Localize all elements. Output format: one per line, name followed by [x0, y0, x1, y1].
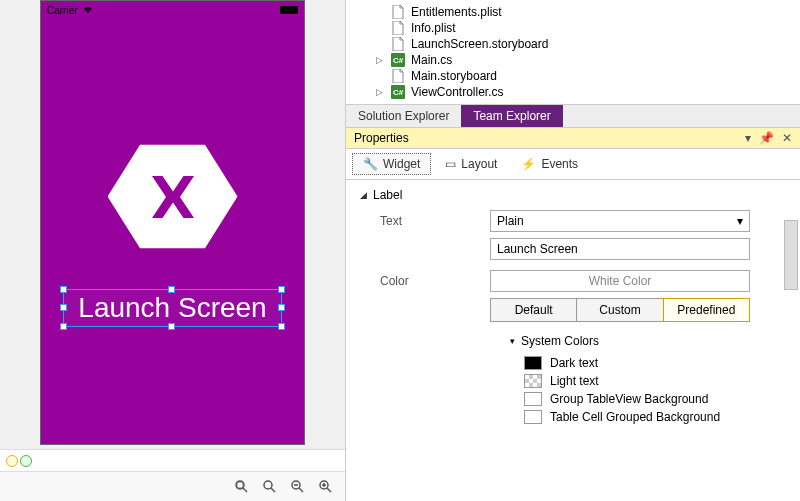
color-name: Group TableView Background — [550, 392, 708, 406]
seg-predefined[interactable]: Predefined — [663, 298, 750, 322]
file-icon — [391, 5, 405, 19]
launch-text: Launch Screen — [78, 292, 266, 323]
zoom-in-icon[interactable] — [317, 478, 335, 496]
color-option[interactable]: Group TableView Background — [510, 390, 786, 408]
lightning-icon: ⚡ — [521, 157, 536, 171]
tab-team-explorer[interactable]: Team Explorer — [461, 105, 562, 127]
tree-item[interactable]: C#Main.cs — [346, 52, 800, 68]
svg-line-9 — [327, 488, 331, 492]
launch-screen-label[interactable]: Launch Screen — [63, 289, 281, 327]
resize-handle[interactable] — [278, 323, 285, 330]
carrier-label: Carrier — [47, 5, 78, 16]
svg-line-1 — [243, 488, 247, 492]
file-icon — [391, 21, 405, 35]
text-value-input[interactable]: Launch Screen — [490, 238, 750, 260]
svg-line-4 — [271, 488, 275, 492]
svg-rect-2 — [237, 482, 243, 488]
battery-icon — [280, 6, 298, 14]
tab-solution-explorer[interactable]: Solution Explorer — [346, 105, 461, 127]
color-name: Light text — [550, 374, 599, 388]
zoom-reset-icon[interactable] — [261, 478, 279, 496]
color-value-input[interactable]: White Color — [490, 270, 750, 292]
seg-default[interactable]: Default — [490, 298, 577, 322]
color-mode-segment: Default Custom Predefined — [490, 298, 750, 322]
color-swatch — [524, 392, 542, 406]
resize-handle[interactable] — [60, 304, 67, 311]
tree-item[interactable]: Main.storyboard — [346, 68, 800, 84]
tab-events[interactable]: ⚡ Events — [511, 153, 588, 175]
csharp-icon: C# — [391, 53, 405, 67]
wrench-icon: 🔧 — [363, 157, 378, 171]
csharp-icon: C# — [391, 85, 405, 99]
warning-icon[interactable] — [6, 455, 18, 467]
wifi-icon — [82, 5, 94, 16]
tree-item-label: Main.storyboard — [411, 69, 497, 83]
svg-point-3 — [264, 481, 272, 489]
tree-item-label: Main.cs — [411, 53, 452, 67]
chevron-down-icon: ▾ — [737, 214, 743, 228]
properties-header: Properties ▾ 📌 ✕ — [346, 128, 800, 149]
phone-preview: Carrier Launch Screen — [40, 0, 305, 445]
tree-item[interactable]: Entitlements.plist — [346, 4, 800, 20]
layout-icon: ▭ — [445, 157, 456, 171]
scrollbar[interactable] — [784, 220, 798, 290]
explorer-tabs: Solution Explorer Team Explorer — [346, 105, 800, 128]
file-icon — [391, 69, 405, 83]
resize-handle[interactable] — [278, 304, 285, 311]
zoom-fit-icon[interactable] — [233, 478, 251, 496]
solution-tree: Entitlements.plistInfo.plistLaunchScreen… — [346, 0, 800, 105]
designer-status — [0, 449, 345, 471]
color-name: Table Cell Grouped Background — [550, 410, 720, 424]
color-swatch — [524, 356, 542, 370]
file-icon — [391, 37, 405, 51]
resize-handle[interactable] — [168, 286, 175, 293]
chevron-down-icon: ▾ — [510, 336, 515, 346]
resize-handle[interactable] — [278, 286, 285, 293]
color-property-label: Color — [360, 274, 490, 288]
ok-icon[interactable] — [20, 455, 32, 467]
tree-item[interactable]: LaunchScreen.storyboard — [346, 36, 800, 52]
status-bar: Carrier — [41, 1, 304, 19]
collapse-icon: ◢ — [360, 190, 367, 200]
system-colors-label: System Colors — [521, 334, 599, 348]
designer-canvas[interactable]: Carrier Launch Screen — [0, 0, 345, 449]
tab-events-label: Events — [541, 157, 578, 171]
color-swatch — [524, 374, 542, 388]
resize-handle[interactable] — [60, 286, 67, 293]
text-type-value: Plain — [497, 214, 524, 228]
zoom-bar — [0, 471, 345, 501]
properties-title: Properties — [354, 131, 409, 145]
tree-item[interactable]: Info.plist — [346, 20, 800, 36]
color-option[interactable]: Table Cell Grouped Background — [510, 408, 786, 426]
color-swatch — [524, 410, 542, 424]
tree-item-label: ViewController.cs — [411, 85, 503, 99]
properties-body: ◢ Label Text Plain ▾ Launch Screen Color… — [346, 180, 800, 434]
seg-custom[interactable]: Custom — [576, 298, 663, 322]
pin-icon[interactable]: 📌 — [759, 131, 774, 145]
tree-item-label: LaunchScreen.storyboard — [411, 37, 548, 51]
dropdown-icon[interactable]: ▾ — [745, 131, 751, 145]
property-group-label[interactable]: ◢ Label — [360, 188, 786, 202]
tab-layout[interactable]: ▭ Layout — [435, 153, 507, 175]
text-property-label: Text — [360, 214, 490, 228]
xamarin-logo — [108, 139, 238, 254]
tab-widget-label: Widget — [383, 157, 420, 171]
resize-handle[interactable] — [60, 323, 67, 330]
color-option[interactable]: Dark text — [510, 354, 786, 372]
close-icon[interactable]: ✕ — [782, 131, 792, 145]
tree-item[interactable]: C#ViewController.cs — [346, 84, 800, 100]
color-name: Dark text — [550, 356, 598, 370]
svg-line-6 — [299, 488, 303, 492]
tab-layout-label: Layout — [461, 157, 497, 171]
group-name: Label — [373, 188, 402, 202]
tab-widget[interactable]: 🔧 Widget — [352, 153, 431, 175]
system-colors-group[interactable]: ▾ System Colors — [510, 334, 786, 348]
resize-handle[interactable] — [168, 323, 175, 330]
tree-item-label: Info.plist — [411, 21, 456, 35]
text-type-dropdown[interactable]: Plain ▾ — [490, 210, 750, 232]
property-tabs: 🔧 Widget ▭ Layout ⚡ Events — [346, 149, 800, 180]
zoom-out-icon[interactable] — [289, 478, 307, 496]
tree-item-label: Entitlements.plist — [411, 5, 502, 19]
color-option[interactable]: Light text — [510, 372, 786, 390]
